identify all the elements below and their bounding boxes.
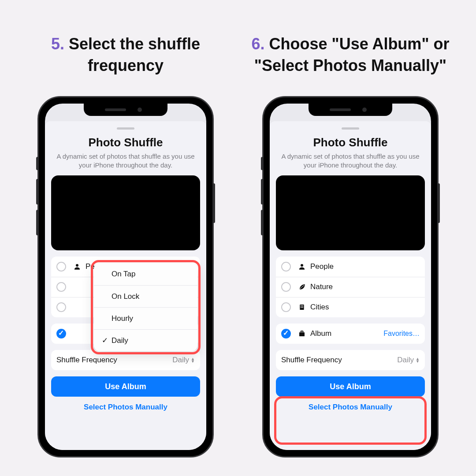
category-label: Nature [310,283,333,291]
svg-rect-3 [301,305,301,306]
step-5-caption-text: Select the shuffle frequency [69,35,200,74]
step-6-column: 6.Choose "Use Album" or "Select Photos M… [247,18,454,457]
radio-unchecked-icon [281,302,291,312]
power-button [212,183,215,223]
phone-screen: Photo Shuffle A dynamic set of photos th… [270,104,431,450]
shuffle-frequency-row[interactable]: Shuffle Frequency Daily ▲▼ [276,350,425,370]
album-label: Album [310,329,331,338]
photo-shuffle-sheet: Photo Shuffle A dynamic set of photos th… [270,121,431,450]
photo-preview [276,175,425,250]
volume-up-button [36,179,39,205]
sheet-grabber[interactable] [342,127,359,130]
svg-rect-4 [302,305,303,306]
frequency-option-hourly[interactable]: Hourly [94,307,197,329]
select-photos-manually-link[interactable]: Select Photos Manually [51,400,200,414]
svg-rect-5 [301,307,301,308]
album-value-link[interactable]: Favorites… [383,330,420,338]
sheet-title: Photo Shuffle [276,136,425,149]
radio-unchecked-icon [56,282,66,292]
use-album-button[interactable]: Use Album [276,376,425,397]
shuffle-frequency-value: Daily [172,356,189,364]
svg-point-1 [301,264,303,267]
svg-rect-2 [300,305,304,310]
shuffle-frequency-value: Daily [397,356,414,364]
radio-checked-icon [281,329,291,338]
category-cities[interactable]: Cities [276,297,425,317]
svg-rect-7 [299,332,305,336]
mute-switch [36,157,39,170]
sheet-title: Photo Shuffle [51,136,200,149]
step-5-number: 5. [51,35,64,53]
radio-unchecked-icon [281,282,291,292]
radio-unchecked-icon [56,302,66,312]
phone-frame: Photo Shuffle A dynamic set of photos th… [37,96,214,457]
category-label: Cities [310,303,329,312]
svg-rect-6 [302,307,303,308]
frequency-popover: On Tap On Lock Hourly ✓ Daily [94,263,197,351]
phone-frame: Photo Shuffle A dynamic set of photos th… [262,96,439,457]
category-label: People [310,262,334,271]
mute-switch [261,157,264,170]
use-album-button[interactable]: Use Album [51,376,200,397]
select-photos-manually-link[interactable]: Select Photos Manually [276,400,425,414]
sheet-subtitle: A dynamic set of photos that shuffle as … [279,152,421,170]
checkmark-icon: ✓ [102,336,110,345]
updown-selector-icon: ▲▼ [416,357,420,363]
category-list: People Nature [276,257,425,317]
step-6-caption: 6.Choose "Use Album" or "Select Photos M… [247,18,454,93]
frequency-option-onlock[interactable]: On Lock [94,285,197,307]
building-icon [297,303,307,311]
step-6-number: 6. [252,35,265,53]
shuffle-frequency-row[interactable]: Shuffle Frequency Daily ▲▼ [51,350,200,370]
updown-selector-icon: ▲▼ [191,357,195,363]
step-5-column: 5.Select the shuffle frequency Photo Shu… [22,18,229,457]
radio-checked-icon [56,329,66,338]
category-people[interactable]: People [276,257,425,277]
frequency-option-daily[interactable]: ✓ Daily [94,329,197,351]
frequency-option-ontap[interactable]: On Tap [94,263,197,285]
sheet-subtitle: A dynamic set of photos that shuffle as … [55,152,197,170]
volume-down-button [36,210,39,235]
sheet-grabber[interactable] [117,127,134,130]
phone-notch [309,104,392,116]
svg-rect-9 [301,330,303,331]
person-icon [297,263,307,271]
album-icon [297,330,307,338]
shuffle-frequency-label: Shuffle Frequency [281,356,342,364]
power-button [437,183,440,223]
phone-notch [84,104,167,116]
phone-screen: Photo Shuffle A dynamic set of photos th… [45,104,206,450]
radio-unchecked-icon [281,262,291,271]
radio-unchecked-icon [56,262,66,271]
category-nature[interactable]: Nature [276,277,425,297]
photo-preview [51,175,200,250]
volume-down-button [261,210,264,235]
shuffle-frequency-label: Shuffle Frequency [56,356,117,364]
album-group: Album Favorites… [276,324,425,344]
volume-up-button [261,179,264,205]
step-5-caption: 5.Select the shuffle frequency [22,18,229,93]
svg-point-0 [76,264,78,267]
svg-rect-8 [300,331,304,332]
album-row[interactable]: Album Favorites… [276,324,425,344]
leaf-icon [297,283,307,291]
person-icon [72,263,82,271]
